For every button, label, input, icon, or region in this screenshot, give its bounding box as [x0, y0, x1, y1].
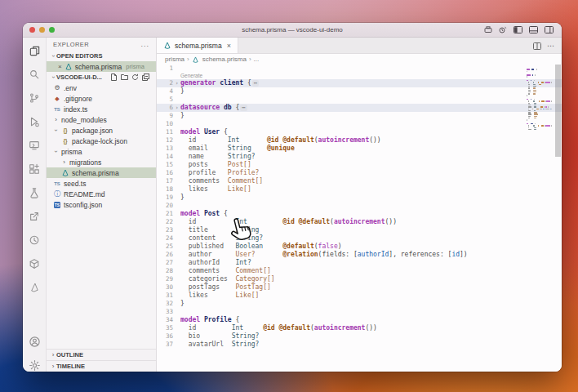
timer-icon[interactable]: [499, 26, 507, 33]
folded-code-ellipsis[interactable]: ⋯: [240, 105, 247, 111]
code-line[interactable]: 17 comments Comment[]: [157, 177, 562, 185]
new-folder-icon[interactable]: [121, 74, 128, 81]
chevron-right-icon: ›: [187, 56, 189, 63]
tree-item-tsconfig-json[interactable]: TStsconfig.json: [47, 199, 156, 210]
line-number: 28: [157, 267, 173, 275]
code-line[interactable]: 9}: [157, 112, 562, 120]
code-line[interactable]: 27 authorId Int?: [157, 259, 562, 267]
code-line[interactable]: 34model Profile {: [157, 316, 562, 324]
account-icon[interactable]: [28, 335, 41, 348]
minimap[interactable]: [527, 67, 553, 131]
code-line[interactable]: 10: [157, 120, 562, 128]
code-line[interactable]: 12 id Int @id @default(autoincrement()): [157, 136, 562, 145]
split-editor-icon[interactable]: [533, 38, 541, 53]
tree-item--env[interactable]: ⚙.env: [47, 82, 156, 93]
code-line[interactable]: 37 avatarUrl String?: [157, 341, 562, 349]
code-line[interactable]: 22 id Int @id @default(autoincrement()): [157, 218, 562, 226]
code-line[interactable]: 14 name String?: [157, 153, 562, 161]
tree-item-migrations[interactable]: ›migrations: [47, 157, 156, 167]
code-line[interactable]: 32}: [157, 300, 562, 308]
code-line[interactable]: 35 id Int @id @default(autoincrement()): [157, 324, 562, 332]
close-editor-icon[interactable]: ×: [58, 63, 62, 70]
tree-item-package-lock-json[interactable]: {}package-lock.json: [47, 136, 156, 146]
settings-icon[interactable]: [28, 359, 41, 372]
breadcrumb-item[interactable]: ...: [254, 56, 260, 63]
code-line[interactable]: 1: [157, 65, 562, 73]
titlebar[interactable]: schema.prisma — vscode-ui-demo: [23, 23, 562, 38]
extensions-icon[interactable]: [28, 163, 41, 176]
codelens-generate[interactable]: Generate: [157, 73, 562, 79]
remote-icon[interactable]: [28, 139, 41, 152]
tree-item--gitignore[interactable]: ◆.gitignore: [47, 93, 156, 104]
tree-item-readme-md[interactable]: ⓘREADME.md: [47, 189, 156, 199]
line-number: 4: [157, 87, 173, 96]
breadcrumb-item[interactable]: prisma: [165, 56, 185, 63]
zoom-window-button[interactable]: [49, 27, 55, 33]
code-editor[interactable]: 1Generate2›generator client {⋯4}56›datas…: [157, 65, 562, 372]
outline-panel-header[interactable]: › OUTLINE: [47, 349, 156, 360]
package-icon[interactable]: [28, 257, 41, 270]
code-line[interactable]: 26 author User? @relation(fields: [autho…: [157, 251, 562, 259]
new-file-icon[interactable]: [110, 74, 118, 81]
code-line[interactable]: 13 email String @unique: [157, 145, 562, 153]
tree-item-index-ts[interactable]: TSindex.ts: [47, 104, 156, 114]
code-line[interactable]: 4}: [157, 87, 562, 96]
refresh-icon[interactable]: [131, 74, 139, 81]
tree-item-seed-ts[interactable]: TSseed.ts: [47, 178, 156, 189]
code-line[interactable]: 11model User {: [157, 128, 562, 136]
source-control-icon[interactable]: [28, 91, 41, 105]
tree-item-label: README.md: [64, 190, 105, 198]
code-line[interactable]: 36 bio String?: [157, 332, 562, 341]
code-line[interactable]: 30 postTags PostTag[]: [157, 283, 562, 292]
explorer-more-actions-icon[interactable]: ...: [140, 40, 149, 48]
code-line[interactable]: 21model Post {: [157, 210, 562, 218]
code-line[interactable]: 18 likes Like[]: [157, 185, 562, 194]
tree-item-node-modules[interactable]: ›node_modules: [47, 114, 156, 125]
testing-icon[interactable]: [28, 186, 41, 199]
tree-item-label: .gitignore: [64, 95, 92, 103]
tree-item-package-json[interactable]: ›{}package.json: [47, 125, 156, 136]
layout-sidebar-left-icon[interactable]: [514, 26, 522, 33]
code-line[interactable]: 2›generator client {⋯: [157, 79, 562, 87]
tab-schema-prisma[interactable]: schema.prisma ×: [157, 38, 238, 53]
history-icon[interactable]: [28, 234, 41, 247]
code-line[interactable]: 6›datasource db {⋯: [157, 104, 562, 112]
code-line[interactable]: 23 title String: [157, 226, 562, 234]
code-line[interactable]: 5: [157, 96, 562, 104]
share-icon[interactable]: [28, 210, 41, 223]
folded-code-ellipsis[interactable]: ⋯: [252, 80, 259, 87]
code-line[interactable]: 33: [157, 308, 562, 316]
open-editor-item[interactable]: × schema.prisma prisma: [47, 61, 156, 72]
traffic-lights: [23, 27, 55, 33]
code-line[interactable]: 31 likes Like[]: [157, 292, 562, 300]
close-tab-icon[interactable]: ×: [227, 42, 231, 50]
search-icon[interactable]: [28, 68, 41, 81]
code-line[interactable]: 19}: [157, 194, 562, 202]
breadcrumb-item[interactable]: schema.prisma: [202, 56, 247, 63]
device-icon[interactable]: [484, 26, 492, 33]
editor-scrollbar[interactable]: [555, 65, 561, 157]
run-debug-icon[interactable]: [28, 115, 41, 128]
code-line[interactable]: 15 posts Post[]: [157, 161, 562, 169]
open-editors-header[interactable]: › OPEN EDITORS: [47, 51, 156, 61]
layout-sidebar-right-icon[interactable]: [545, 26, 554, 33]
tree-item-prisma[interactable]: ›prisma: [47, 146, 156, 157]
code-line[interactable]: 20: [157, 202, 562, 210]
fold-chevron-icon[interactable]: ›: [173, 79, 180, 87]
more-actions-icon[interactable]: ⋯: [547, 42, 555, 50]
code-line[interactable]: 25 published Boolean @default(false): [157, 243, 562, 251]
code-line[interactable]: 24 content String?: [157, 234, 562, 243]
minimize-window-button[interactable]: [39, 27, 45, 33]
explorer-icon[interactable]: [28, 44, 41, 57]
layout-panel-icon[interactable]: [529, 26, 538, 33]
prisma-icon[interactable]: [28, 281, 41, 294]
code-line[interactable]: 29 categories Category[]: [157, 275, 562, 283]
collapse-all-icon[interactable]: [142, 74, 149, 81]
fold-chevron-icon[interactable]: ›: [173, 104, 180, 112]
tree-item-schema-prisma[interactable]: schema.prisma: [47, 167, 156, 178]
timeline-panel-header[interactable]: › TIMELINE: [47, 360, 156, 372]
workspace-header[interactable]: › VSCODE-UI-D...: [47, 72, 156, 82]
code-line[interactable]: 28 comments Comment[]: [157, 267, 562, 275]
close-window-button[interactable]: [29, 27, 35, 33]
code-line[interactable]: 16 profile Profile?: [157, 169, 562, 177]
